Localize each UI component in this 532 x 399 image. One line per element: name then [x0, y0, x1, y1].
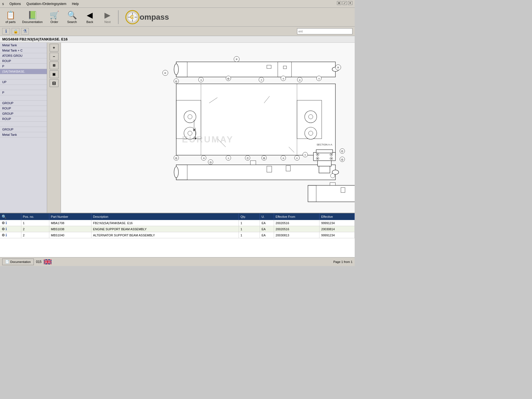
next-button[interactable]: ▶ Next — [99, 9, 116, 25]
svg-text:⑩: ⑩ — [299, 79, 301, 81]
svg-text:⑦: ⑦ — [260, 79, 262, 81]
sidebar-item-3[interactable]: ROUP — [0, 58, 47, 64]
row-unit: EA — [260, 220, 274, 226]
list-icon: 📋 — [6, 11, 16, 20]
svg-point-28 — [188, 131, 192, 135]
menu-item-quotation[interactable]: Quotation-/Orderingsystem — [26, 2, 66, 6]
year-display: 015 — [36, 260, 42, 264]
close-icon[interactable]: ✕ — [348, 1, 352, 5]
sidebar-item-7[interactable]: UP — [0, 80, 47, 85]
col-header-partnum: Part Number — [49, 213, 91, 220]
row-icons-cell: ⚙ ℹ — [0, 232, 21, 238]
documentation-icon: 📗 — [28, 11, 37, 20]
back-button[interactable]: ◀ Back — [81, 9, 98, 25]
parts-table: 🔍 Pos. no. Part Number Description Qty. … — [0, 213, 355, 238]
row-partnum: MBA1708 — [49, 220, 91, 226]
sidebar-item-15[interactable] — [0, 122, 47, 127]
sidebar-item-5[interactable]: (SA)TANKBASE. — [0, 69, 47, 74]
row-eff-to: 99991234 — [319, 220, 355, 226]
fit-window-button[interactable]: ▣ — [50, 70, 58, 78]
row-partnum: MBS1038 — [49, 226, 91, 232]
maximize-icon[interactable]: ⤢ — [342, 1, 347, 5]
grid-icon[interactable]: ⊞ — [337, 1, 341, 5]
row-qty: 1 — [239, 220, 260, 226]
col-header-desc: Description — [91, 213, 239, 220]
sidebar: Metal Tank Metal Tank + C ATORS GROU ROU… — [0, 43, 47, 213]
svg-text:⑥: ⑥ — [236, 58, 238, 61]
row-desc: FB2:N3(SA)TANKBASE. E16 — [91, 220, 239, 226]
documentation-bottom-button[interactable]: 📄 Documentation — [2, 259, 34, 265]
doc-icon: 📄 — [5, 260, 9, 264]
sidebar-item-9[interactable]: P — [0, 90, 47, 95]
cart-icon: 🛒 — [50, 11, 59, 20]
sidebar-item-6[interactable] — [0, 74, 47, 80]
row-info-icon[interactable]: ℹ — [6, 221, 7, 225]
search-input[interactable] — [297, 28, 352, 34]
row-unit: EA — [260, 232, 274, 238]
svg-rect-84 — [319, 166, 330, 173]
sidebar-item-17[interactable]: Metal Tank — [0, 132, 47, 137]
next-icon: ▶ — [104, 11, 111, 20]
info-button[interactable]: ℹ — [2, 28, 10, 35]
row-icons-cell: ⚙ ℹ — [0, 220, 21, 226]
menu-item-options[interactable]: Options — [9, 2, 21, 6]
sidebar-item-16[interactable]: GROUP — [0, 127, 47, 132]
zoom-out-button[interactable]: − — [50, 53, 58, 60]
zoom-in-button[interactable]: + — [50, 44, 58, 52]
page-title: MGS4848 FB2:N3(SA)TANKBASE. E16 — [2, 37, 68, 41]
svg-rect-19 — [267, 65, 271, 68]
row-config-icon[interactable]: ⚙ — [2, 233, 5, 237]
row-config-icon[interactable]: ⚙ — [2, 227, 5, 231]
svg-text:⑫: ⑫ — [341, 150, 343, 153]
sidebar-item-11[interactable]: GROUP — [0, 101, 47, 106]
svg-point-31 — [308, 114, 313, 119]
sidebar-item-0[interactable]: Metal Tank — [0, 43, 47, 48]
sidebar-item-13[interactable]: GROUP — [0, 111, 47, 116]
sidebar-item-14[interactable]: ROUP — [0, 116, 47, 122]
compass-logo: C ompass — [125, 10, 169, 24]
svg-point-86 — [317, 154, 318, 155]
row-eff-to: 20030814 — [319, 226, 355, 232]
flag-uk-icon — [44, 259, 52, 264]
filter-button[interactable]: ⚗ — [21, 28, 29, 35]
lock-button[interactable]: 🔒 — [12, 28, 19, 35]
svg-rect-8 — [176, 62, 335, 77]
list-of-parts-button[interactable]: 📋 of parts — [2, 9, 19, 25]
svg-rect-99 — [308, 185, 355, 202]
search-button[interactable]: 🔍 Search — [64, 9, 80, 25]
svg-point-11 — [174, 64, 178, 75]
fit-all-button[interactable]: ⊞ — [50, 62, 58, 69]
row-partnum: MBS1040 — [49, 232, 91, 238]
expand-button[interactable]: ⊟ — [50, 79, 58, 87]
compass-name: ompass — [140, 13, 169, 22]
order-button[interactable]: 🛒 Order — [46, 9, 63, 25]
menu-item-help[interactable]: Help — [72, 2, 79, 6]
row-info-icon[interactable]: ℹ — [6, 233, 7, 237]
sidebar-item-1[interactable]: Metal Tank + C — [0, 48, 47, 53]
svg-text:①: ① — [304, 154, 306, 156]
row-info-icon[interactable]: ℹ — [6, 227, 7, 231]
row-config-icon[interactable]: ⚙ — [2, 221, 5, 225]
menu-item-s[interactable]: s — [2, 2, 4, 6]
bottom-bar: 📄 Documentation 015 Page 1 from 1 — [0, 257, 355, 266]
sidebar-item-2[interactable]: ATORS GROU — [0, 53, 47, 58]
table-row: ⚙ ℹ 2 MBS1038 ENGINE SUPPORT BEAM ASSEMB… — [0, 226, 355, 232]
svg-rect-83 — [318, 161, 331, 166]
svg-text:⑯: ⑯ — [227, 78, 229, 80]
svg-text:⑨: ⑨ — [337, 66, 339, 69]
sidebar-item-4[interactable]: P — [0, 64, 47, 69]
row-desc: ENGINE SUPPORT BEAM ASSEMBLY — [91, 226, 239, 232]
row-icons-cell: ⚙ ℹ — [0, 226, 21, 232]
row-pos: 1 — [21, 220, 49, 226]
sidebar-item-10[interactable] — [0, 95, 47, 101]
parts-diagram: ⑥ ⑩ ⑨ — [61, 43, 355, 213]
sidebar-item-12[interactable]: ROUP — [0, 106, 47, 111]
svg-text:⑬: ⑬ — [341, 158, 343, 161]
row-eff-from: 20020516 — [274, 226, 319, 232]
drawing-area: ⑥ ⑩ ⑨ — [61, 43, 355, 213]
svg-text:②: ② — [282, 78, 284, 80]
documentation-button[interactable]: 📗 Documentation — [20, 9, 45, 25]
svg-rect-102 — [330, 183, 336, 185]
sidebar-item-8[interactable] — [0, 85, 47, 90]
parts-table-section: 🔍 Pos. no. Part Number Description Qty. … — [0, 213, 355, 257]
